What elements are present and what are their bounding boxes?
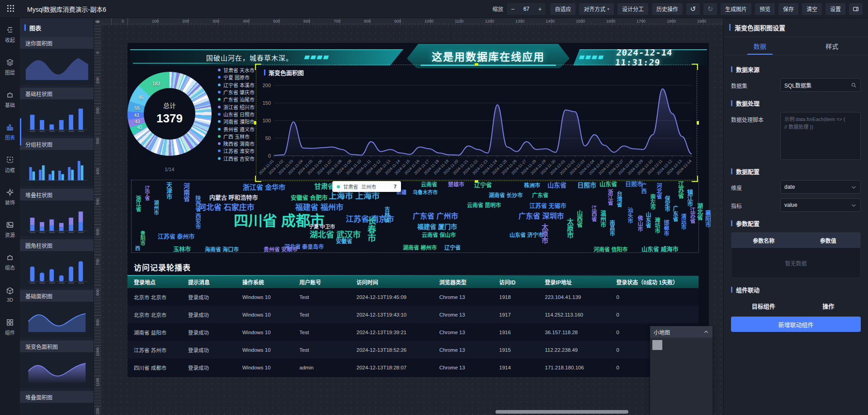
wordcloud-word: 安徽省 合肥市 [291, 195, 328, 201]
chart-library-item-gradarea[interactable]: 渐变色面积图 [20, 340, 94, 388]
fit-button[interactable]: 自适应 [550, 3, 576, 15]
donut-slice-label: 40 [137, 125, 142, 130]
preview-button[interactable]: 预览 [755, 3, 775, 15]
sidebar-item-charts[interactable]: 图表 [0, 116, 20, 148]
chart-item-label[interactable]: 基础面积图 [20, 290, 94, 302]
selection-handle[interactable] [697, 121, 699, 125]
tab-data[interactable]: 数据 [724, 37, 796, 55]
ruler-number: 800 [364, 19, 371, 23]
table-cell: Windows 10 [236, 347, 293, 353]
selection-corner[interactable] [692, 176, 698, 182]
charts-panel-header: 图表 [20, 18, 94, 37]
chart-item-label[interactable]: 基础柱状图 [20, 88, 94, 99]
chart-item-thumbnail[interactable] [20, 251, 94, 287]
dataset-input[interactable]: SQL数据集 [780, 78, 861, 92]
chart-item-thumbnail[interactable] [20, 150, 94, 186]
chart-item-label[interactable]: 分组柱状图 [20, 138, 94, 150]
zoom-out-button[interactable]: − [507, 3, 519, 15]
table-cell: Test [293, 347, 350, 353]
wordcloud-component[interactable]: 天津市河南省辽宁省浙江省湖州市陕西省 西安市浙江省 金华市甘肃省南宁市新疆乌鲁木… [131, 180, 699, 253]
design-canvas[interactable]: 0100200300400500600700800900100011001200… [94, 18, 723, 415]
section-linkage: 组件联动 [731, 285, 861, 294]
sidebar-item-basic[interactable]: 基础 [0, 83, 20, 116]
sidebar-item-component[interactable]: 组件 [0, 311, 20, 343]
table-title: 访问记录轮播表 [134, 261, 698, 273]
generate-image-button[interactable]: 生成图片 [721, 3, 751, 15]
border-icon [6, 156, 14, 164]
chart-library-item-stackarea[interactable]: 堆叠面积图 [20, 391, 94, 415]
selection-corner[interactable] [255, 64, 261, 70]
dimension-value: date [784, 184, 851, 190]
app-grid-icon[interactable] [7, 5, 15, 13]
chart-item-thumbnail[interactable] [20, 352, 94, 388]
sidebar-item-border[interactable]: 边框 [0, 148, 20, 181]
metric-select[interactable]: value [780, 198, 861, 212]
ruler-corner[interactable] [94, 18, 101, 25]
zoom-in-button[interactable]: + [534, 3, 546, 15]
sidebar-item-layers[interactable]: 图层 [0, 51, 20, 83]
chart-library-item-stackbar[interactable]: 堆叠柱状图 [20, 189, 94, 237]
table-cell: 1918 [493, 294, 538, 300]
script-textarea[interactable]: 示例:data.forEach(item => { // 数据处理 }) [780, 112, 861, 160]
save-button[interactable]: 保存 [778, 3, 798, 15]
settings-tabs: 数据 样式 [724, 37, 868, 55]
dimension-select[interactable]: date [780, 180, 861, 194]
wordcloud-word: 湖北省 武汉市 [310, 231, 361, 239]
table-cell: 登录成功 [182, 346, 236, 354]
chevron-up-icon[interactable] [703, 329, 709, 335]
sidebar-item-widget[interactable]: 组态 [0, 246, 20, 278]
chart-item-label[interactable]: 堆叠柱状图 [20, 189, 94, 201]
chart-library-item-bar[interactable]: 基础柱状图 [20, 88, 94, 135]
clear-button[interactable]: 清空 [802, 3, 822, 15]
ruler-number: 1100 [95, 378, 100, 387]
sidebar-item-resource[interactable]: 资源 [0, 213, 20, 246]
history-button[interactable]: 历史操作 [652, 3, 683, 15]
chart-item-thumbnail[interactable] [20, 99, 94, 135]
chart-library-item-groupbar[interactable]: 分组柱状图 [20, 138, 94, 186]
zoom-value[interactable]: 67 [519, 6, 534, 12]
sidebar-item-collapse[interactable]: 收起 [0, 18, 20, 51]
gradient-area-chart-component[interactable]: 渐变色面积图 0501001502002024-11-012024-11-022… [256, 65, 697, 181]
visit-log-table-component[interactable]: 访问记录轮播表 登录地点提示消息操作系统用户账号访问时间浏览器类型访问ID登录I… [127, 259, 698, 376]
pie-chart-component[interactable]: 4043435595183 总计 1379 甘肃省 天水市宁夏 固原市辽宁省 本… [127, 71, 253, 179]
selection-handle[interactable] [475, 180, 478, 182]
add-linkage-button[interactable]: 新增联动组件 [731, 317, 861, 332]
chart-item-label[interactable]: 渐变色面积图 [20, 340, 94, 352]
minimap-viewport[interactable] [652, 340, 662, 350]
selection-handle[interactable] [475, 63, 478, 65]
wordcloud-word: 日照市 [577, 182, 596, 188]
svg-text:150: 150 [263, 100, 271, 106]
chart-item-label[interactable]: 圆角柱状图 [20, 239, 94, 251]
chart-item-thumbnail[interactable] [20, 302, 94, 338]
selection-handle[interactable] [254, 121, 256, 125]
selection-corner[interactable] [692, 64, 698, 70]
collapse-panel-button[interactable] [849, 3, 863, 15]
table-cell: 223.104.41.139 [538, 294, 610, 300]
selection-corner[interactable] [255, 176, 261, 182]
sidebar-item-decor[interactable]: 装饰 [0, 181, 20, 213]
chart-item-thumbnail[interactable] [20, 403, 94, 415]
dashboard-design-surface[interactable]: 国破山河在，城春草木深。 这是用数据库在线应用 2024-12-14 11:31… [127, 43, 709, 377]
undo-button[interactable]: ↺ [686, 3, 700, 15]
wordcloud-word: 镇江市 [687, 189, 693, 207]
banner-clock-component[interactable]: 2024-12-14 11:31:29 [573, 49, 707, 65]
chart-library-item-area[interactable]: 基础面积图 [20, 290, 94, 338]
charts-panel-title: 图表 [29, 23, 41, 32]
chart-library-item-miniarea[interactable]: 迷你面积图 [20, 37, 94, 85]
align-dropdown[interactable]: 对齐方式▾ [579, 3, 614, 15]
ruler-number: 800 [95, 289, 100, 296]
chart-item-label[interactable]: 迷你面积图 [20, 37, 94, 49]
settings-button[interactable]: 设置 [826, 3, 845, 15]
sidebar-item-threed[interactable]: 3D [0, 278, 20, 311]
design-division-button[interactable]: 设计分工 [618, 3, 648, 15]
chart-item-thumbnail[interactable] [20, 49, 94, 85]
redo-button[interactable]: ↻ [703, 3, 717, 15]
chart-item-thumbnail[interactable] [20, 201, 94, 237]
minimap-header[interactable]: 小地图 [650, 326, 712, 338]
chart-library-item-roundbar[interactable]: 圆角柱状图 [20, 239, 94, 287]
chart-item-label[interactable]: 堆叠面积图 [20, 391, 94, 403]
horizontal-scrollbar-thumb[interactable] [495, 410, 628, 414]
search-icon[interactable] [851, 82, 857, 88]
tab-style[interactable]: 样式 [796, 37, 868, 55]
minimap-body[interactable] [650, 338, 712, 415]
